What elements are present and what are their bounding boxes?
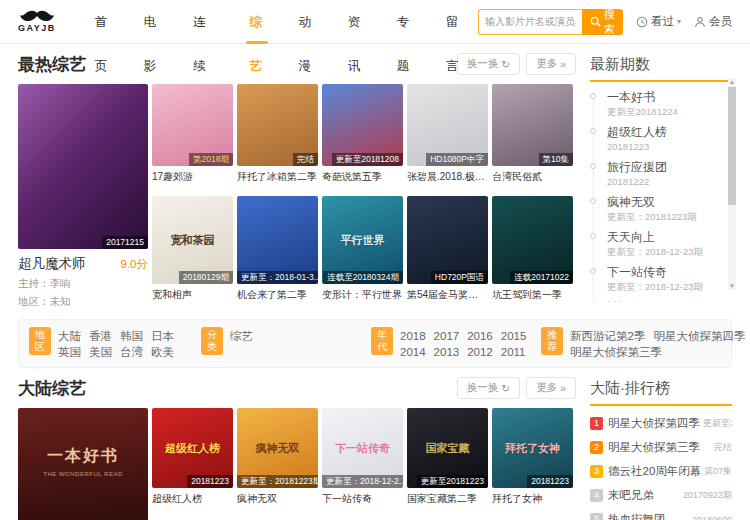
filter-option[interactable]: 明星大侦探第四季 [653,328,745,344]
filter-option[interactable]: 英国 [58,344,81,360]
search-input[interactable] [478,9,582,35]
featured-poster-card[interactable]: 20171215 超凡魔术师 9.0分 主持：李响 地区：未知 [18,84,148,309]
rank-item[interactable]: 2 明星大侦探第三季 完结 [590,440,732,455]
poster-title[interactable]: 变形计：平行世界 [322,288,403,302]
poster-card[interactable]: HD1080P中字 张碧晨.2018.极光... [407,84,488,184]
filter-option[interactable]: 美国 [89,344,112,360]
shuffle-button[interactable]: 换一换 ↻ [457,53,520,75]
nav-item-variety-active[interactable]: 综艺 [233,0,282,44]
nav-item-movies[interactable]: 电影 [127,0,176,44]
poster-card[interactable]: 连载20171022 坑王驾到第一季 [492,196,573,302]
poster-thumbnail[interactable]: 超级红人榜 20181223 [152,408,233,488]
scroll-up-icon[interactable]: ▲ [728,78,736,86]
poster-title[interactable]: 张碧晨.2018.极光... [407,170,488,184]
poster-card[interactable]: 第2018期 17趣郊游 [152,84,233,184]
poster-card[interactable]: 下一站传奇 更新至：2018-12-2.. 下一站传奇 [322,408,403,506]
poster-title[interactable]: 17趣郊游 [152,170,233,184]
show-name[interactable]: 明星大侦探第四季 [608,416,700,431]
poster-card[interactable]: 疯神无双 更新至：20181223期 疯神无双 [237,408,318,506]
poster-card[interactable]: 平行世界 连载至20180324期 变形计：平行世界 [322,196,403,302]
show-name[interactable]: 德云社20周年闭幕庆典... [608,464,700,479]
poster-thumbnail[interactable]: 第2018期 [152,84,233,166]
poster-thumbnail[interactable]: 宽和茶园 20180129期 [152,196,233,284]
filter-option[interactable]: 2017 [434,328,460,344]
filter-option[interactable]: 2014 [400,344,426,360]
poster-card[interactable]: 更新至20181208 奇葩说第五季 [322,84,403,184]
poster-card[interactable]: 第10集 台湾民俗貳 [492,84,573,184]
poster-title[interactable]: 坑王驾到第一季 [492,288,573,302]
poster-title[interactable]: 台湾民俗貳 [492,170,573,184]
more-button[interactable]: 更多 » [526,53,576,75]
poster-thumbnail[interactable]: 更新至：2018-01-3.. [237,196,318,284]
nav-item-series[interactable]: 连续剧 [176,0,233,44]
site-logo[interactable]: GAYJB [18,10,56,33]
nav-item-messages[interactable]: 留言 [429,0,478,44]
nav-item-anime[interactable]: 动漫 [282,0,331,44]
poster-title[interactable]: 宽和相声 [152,288,233,302]
list-item[interactable]: 一本好书 更新至20181224 [590,90,732,118]
search-button[interactable]: 搜索 [582,9,623,35]
poster-thumbnail[interactable]: 完结 [237,84,318,166]
poster-title[interactable]: 超级红人榜 [152,492,233,506]
filter-option[interactable]: 综艺 [230,328,253,344]
show-name[interactable]: 一本好书 [607,90,732,104]
rank-item[interactable]: 1 明星大侦探第四季 更新至20181221期 [590,416,732,431]
scrollbar-thumb[interactable] [728,87,736,205]
list-item[interactable]: 旅行应援团 20181222 [590,160,732,188]
poster-card[interactable]: 完结 拜托了冰箱第二季 [237,84,318,184]
poster-thumbnail[interactable]: 拜托了女神 20181223 [492,408,573,488]
show-name[interactable]: 旅行应援团 [607,160,732,174]
featured-poster-thumbnail[interactable]: 一本好书 THE WONDERFUL READ [18,408,148,520]
filter-option[interactable]: 2016 [467,328,493,344]
watched-menu[interactable]: 看过 ▾ [636,14,681,29]
poster-thumbnail[interactable]: 下一站传奇 更新至：2018-12-2.. [322,408,403,488]
poster-thumbnail[interactable]: 第10集 [492,84,573,166]
show-name[interactable]: 热血街舞团 [608,512,666,520]
filter-option[interactable]: 台湾 [120,344,143,360]
poster-thumbnail[interactable]: 更新至20181208 [322,84,403,166]
poster-title[interactable]: 拜托了冰箱第二季 [237,170,318,184]
poster-title[interactable]: 拜托了女神 [492,492,573,506]
poster-title[interactable]: 下一站传奇 [322,492,403,506]
rank-item[interactable]: 4 来吧兄弟 20170922期 [590,488,732,503]
poster-card[interactable]: 更新至：2018-01-3.. 机会来了第二季 [237,196,318,302]
more-button[interactable]: 更多 » [526,377,576,399]
nav-item-news[interactable]: 资讯 [331,0,380,44]
poster-title[interactable]: 机会来了第二季 [237,288,318,302]
poster-title[interactable]: 国家宝藏第二季 [407,492,488,506]
featured-poster-card[interactable]: 一本好书 THE WONDERFUL READ [18,408,148,520]
nav-item-home[interactable]: 首页 [78,0,127,44]
filter-option[interactable]: 明星大侦探第三季 [570,344,662,360]
filter-option[interactable]: 欧美 [151,344,174,360]
list-item[interactable]: 天天向上 更新至：2018-12-23期 [590,230,732,258]
filter-option[interactable]: 大陆 [58,328,81,344]
nav-item-topics[interactable]: 专题 [380,0,429,44]
filter-option[interactable]: 2013 [434,344,460,360]
poster-thumbnail[interactable]: HD1080P中字 [407,84,488,166]
rank-item[interactable]: 3 德云社20周年闭幕庆典... 第07集 [590,464,732,479]
poster-card[interactable]: HD720P国语 第54届金马奖颁奖... [407,196,488,302]
poster-card[interactable]: 国家宝藏 更新至20181223 国家宝藏第二季 [407,408,488,506]
featured-poster-thumbnail[interactable]: 20171215 [18,84,148,249]
poster-thumbnail[interactable]: 疯神无双 更新至：20181223期 [237,408,318,488]
poster-card[interactable]: 宽和茶园 20180129期 宽和相声 [152,196,233,302]
rank-item[interactable]: 5 热血街舞团 20180609 [590,512,732,520]
member-link[interactable]: 会员 [694,14,732,29]
list-item[interactable]: 疯神无双 更新至：20181223期 [590,195,732,223]
list-item[interactable]: 超级红人榜 20181223 [590,125,732,153]
show-name[interactable]: 天天向上 [607,230,732,244]
filter-option[interactable]: 日本 [151,328,174,344]
show-name[interactable]: 认识的哥哥 [607,300,732,302]
filter-option[interactable]: 2015 [501,328,527,344]
list-item[interactable]: 认识的哥哥 20181222 [590,300,732,302]
scrollbar[interactable]: ▲ ▼ [728,78,736,290]
scroll-down-icon[interactable]: ▼ [728,282,736,290]
poster-title[interactable]: 第54届金马奖颁奖... [407,288,488,302]
show-name[interactable]: 来吧兄弟 [608,488,654,503]
poster-thumbnail[interactable]: HD720P国语 [407,196,488,284]
filter-option[interactable]: 韩国 [120,328,143,344]
show-name[interactable]: 明星大侦探第三季 [608,440,700,455]
show-name[interactable]: 超级红人榜 [607,125,732,139]
shuffle-button[interactable]: 换一换 ↻ [457,377,520,399]
list-item[interactable]: 下一站传奇 更新至：2018-12-23期 [590,265,732,293]
